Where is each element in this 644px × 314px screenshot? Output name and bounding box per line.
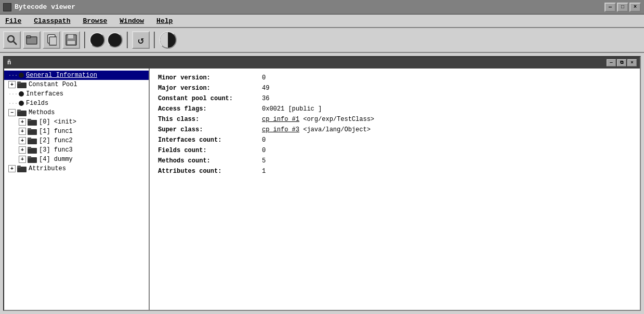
info-row-minor: Minor version: 0 [158,73,632,83]
info-label-fields-count: Fields count: [158,147,262,154]
expander-method-init[interactable]: + [19,118,26,126]
tree-label-method-func1: [1] func1 [39,128,73,135]
cp-info-1-link[interactable]: cp info #1 [262,116,299,123]
expander-attributes[interactable]: + [8,165,16,172]
info-label-interfaces-count: Interfaces count: [158,136,262,144]
folder-icon-method-init [28,118,37,126]
tree-item-methods[interactable]: − Methods [4,108,149,117]
close-button[interactable]: × [629,3,641,12]
dot-icon-general [19,73,24,78]
tree-label-interfaces: Interfaces [26,90,63,98]
toolbar-circle-btn-1[interactable] [89,32,105,48]
svg-rect-7 [68,35,73,38]
expander-method-dummy[interactable]: + [19,156,26,163]
svg-rect-18 [28,138,31,140]
toolbar-copy-button[interactable] [43,31,60,49]
tree-item-method-func1[interactable]: + [1] func1 [4,127,149,136]
dot-icon-interfaces [19,91,24,97]
svg-rect-16 [28,128,31,130]
super-class-suffix: <java/lang/Object> [303,126,371,133]
info-value-minor: 0 [262,74,266,81]
maximize-button[interactable]: □ [617,3,628,12]
info-row-interfaces-count: Interfaces count: 0 [158,135,632,145]
folder-icon-attributes [17,165,27,172]
inner-maximize-button[interactable]: ⧉ [617,59,626,66]
folder-icon-method-dummy [28,156,37,163]
expander-method-func1[interactable]: + [19,128,26,135]
svg-rect-14 [28,119,31,121]
tree-label-method-func2: [2] func2 [39,137,73,144]
info-table: Minor version: 0 Major version: 49 Const… [158,73,632,176]
inner-title-bar: ñ — ⧉ × [4,57,640,69]
folder-icon-method-func3 [28,146,37,154]
cp-info-3-link[interactable]: cp info #3 [262,126,299,133]
toolbar-circle-btn-2[interactable] [107,32,123,48]
tree-label-general: General Information [26,72,97,79]
info-label-attributes-count: Attributes count: [158,168,262,175]
info-label-this-class: This class: [158,116,262,123]
info-value-fields-count: 0 [262,147,266,154]
expander-method-func3[interactable]: + [19,146,26,154]
svg-line-1 [14,42,17,45]
copy-icon [46,34,57,46]
toolbar-search-button[interactable] [3,31,21,49]
menu-bar: File Classpath Browse Window Help [0,15,644,28]
inner-title-controls: — ⧉ × [607,59,637,66]
info-value-super-class: cp info #3 <java/lang/Object> [262,126,371,133]
tree-panel: ··· General Information + Constant Pool [4,69,150,310]
tree-item-interfaces[interactable]: ··· Interfaces [4,89,149,99]
toolbar-half-circle-button[interactable] [159,31,177,49]
inner-title-text: ñ [7,59,11,66]
menu-window[interactable]: Window [117,17,146,25]
tree-label-method-func3: [3] func3 [39,146,73,154]
svg-rect-5 [49,37,57,45]
info-value-access: 0x0021 [public ] [262,105,322,113]
svg-point-0 [8,36,14,42]
menu-help[interactable]: Help [154,17,175,25]
toolbar-save-button[interactable] [62,31,80,49]
info-row-major: Major version: 49 [158,83,632,93]
tree-item-method-dummy[interactable]: + [4] dummy [4,155,149,164]
this-class-suffix: <org/exp/TestClass> [303,116,374,123]
info-value-this-class: cp info #1 <org/exp/TestClass> [262,116,374,123]
expander-methods[interactable]: − [8,109,16,116]
tree-label-methods: Methods [29,109,55,116]
inner-window: ñ — ⧉ × ··· General Information + [3,56,641,311]
info-label-access: Access flags: [158,105,262,113]
info-row-fields-count: Fields count: 0 [158,145,632,156]
info-value-attributes-count: 1 [262,168,266,175]
tree-item-general[interactable]: ··· General Information [4,71,149,80]
svg-rect-22 [28,156,31,158]
expander-constant-pool[interactable]: + [8,81,16,88]
info-row-methods-count: Methods count: 5 [158,156,632,166]
inner-minimize-button[interactable]: — [607,59,616,66]
tree-item-attributes[interactable]: + Attributes [4,164,149,173]
tree-label-method-dummy: [4] dummy [39,156,73,163]
svg-rect-12 [17,110,21,112]
app-icon [3,3,11,11]
tree-item-constant-pool[interactable]: + Constant Pool [4,80,149,89]
folder-open-icon [26,35,37,45]
menu-file[interactable]: File [3,17,23,25]
folder-icon-method-func1 [28,128,37,135]
tree-item-method-func2[interactable]: + [2] func2 [4,136,149,145]
info-row-attributes-count: Attributes count: 1 [158,166,632,176]
toolbar-open-button[interactable] [23,31,41,49]
toolbar-separator-1 [84,32,85,48]
tree-label-attributes: Attributes [29,165,66,172]
folder-icon-methods [17,109,27,116]
main-content: ··· General Information + Constant Pool [4,69,640,310]
dot-icon-fields [19,101,24,106]
menu-browse[interactable]: Browse [81,17,109,25]
minimize-button[interactable]: — [604,3,616,12]
inner-close-button[interactable]: × [627,59,637,66]
toolbar-refresh-button[interactable]: ↺ [132,31,150,49]
tree-item-fields[interactable]: ··· Fields [4,99,149,108]
tree-label-constant-pool: Constant Pool [29,81,77,88]
menu-classpath[interactable]: Classpath [32,17,72,25]
tree-label-method-init: [0] <init> [39,118,76,126]
tree-item-method-init[interactable]: + [0] <init> [4,117,149,127]
tree-item-method-func3[interactable]: + [3] func3 [4,145,149,155]
expander-method-func2[interactable]: + [19,137,26,144]
toolbar: ↺ [0,28,644,53]
